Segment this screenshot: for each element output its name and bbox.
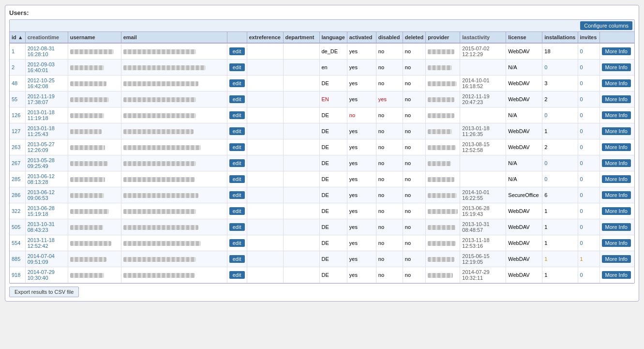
cell-edit: edit [227,107,247,123]
user-id-link[interactable]: 322 [12,208,20,214]
col-username[interactable]: username [68,32,121,43]
more-info-button[interactable]: More Info [602,127,631,135]
col-email[interactable]: email [121,32,227,43]
user-id-link[interactable]: 505 [12,224,20,230]
edit-button[interactable]: edit [229,95,245,103]
cell-username [68,171,121,187]
configure-columns-button[interactable]: Configure columns [580,21,632,30]
cell-license: WebDAV [506,139,542,155]
more-info-button[interactable]: More Info [602,143,631,151]
cell-department [283,251,319,267]
edit-button[interactable]: edit [229,111,245,119]
cell-username [68,251,121,267]
cell-license: WebDAV [506,91,542,107]
cell-activated: yes [347,76,376,91]
edit-button[interactable]: edit [229,63,245,71]
more-info-button[interactable]: More Info [602,223,631,231]
edit-button[interactable]: edit [229,127,245,135]
cell-activated: yes [347,155,376,171]
edit-button[interactable]: edit [229,271,245,279]
edit-button[interactable]: edit [229,175,245,183]
cell-activated: yes [347,43,376,60]
more-info-button[interactable]: More Info [602,111,631,119]
col-creationtime[interactable]: creationtime [25,32,68,43]
edit-button[interactable]: edit [229,47,245,55]
col-provider[interactable]: provider [426,32,460,43]
cell-license: WebDAV [506,219,542,235]
user-id-link[interactable]: 267 [12,160,20,166]
col-installations[interactable]: installations [542,32,578,43]
cell-username [68,219,121,235]
user-id-link[interactable]: 263 [12,144,20,150]
cell-edit: edit [227,139,247,155]
cell-deleted: no [403,203,426,219]
cell-license: N/A [506,155,542,171]
cell-edit: edit [227,43,247,60]
more-info-button[interactable]: More Info [602,63,631,71]
cell-more-info: More Info [599,219,634,235]
user-id-link[interactable]: 126 [12,112,20,118]
edit-button[interactable]: edit [229,255,245,263]
col-deleted[interactable]: deleted [403,32,426,43]
more-info-button[interactable]: More Info [602,79,631,87]
col-language[interactable]: language [319,32,347,43]
cell-username [68,123,121,139]
cell-language: DE [319,219,347,235]
user-id-link[interactable]: 285 [12,176,20,182]
table-row: 1262013-01-1811:19:18editDEnononoN/A00Mo… [10,107,634,123]
edit-button[interactable]: edit [229,159,245,167]
users-table-wrapper: Configure columns id ▲ creationtime user… [9,19,635,284]
edit-button[interactable]: edit [229,191,245,199]
cell-invites: 0 [578,43,599,60]
col-lastactivity[interactable]: lastactivity [460,32,506,43]
user-id-link[interactable]: 554 [12,240,20,246]
cell-installations: 1 [542,123,578,139]
more-info-button[interactable]: More Info [602,159,631,167]
cell-license: WebDAV [506,123,542,139]
col-invites[interactable]: invites [578,32,599,43]
edit-button[interactable]: edit [229,239,245,247]
user-id-link[interactable]: 918 [12,272,20,278]
edit-button[interactable]: edit [229,79,245,87]
cell-id: 126 [10,107,25,123]
cell-more-info: More Info [599,123,634,139]
more-info-button[interactable]: More Info [602,207,631,215]
export-csv-button[interactable]: Export results to CSV file [9,287,79,297]
cell-lastactivity: 2014-10-0116:18:52 [460,76,506,91]
edit-button[interactable]: edit [229,143,245,151]
user-id-link[interactable]: 127 [12,128,20,134]
cell-provider [426,91,460,107]
more-info-button[interactable]: More Info [602,239,631,247]
cell-extreference [247,139,283,155]
user-id-link[interactable]: 48 [12,80,17,86]
cell-department [283,60,319,76]
user-id-link[interactable]: 55 [12,96,17,102]
cell-provider [426,107,460,123]
table-header-row: id ▲ creationtime username email extrefe… [10,32,634,43]
more-info-button[interactable]: More Info [602,255,631,263]
col-activated[interactable]: activated [347,32,376,43]
col-license[interactable]: license [506,32,542,43]
cell-deleted: no [403,155,426,171]
user-id-link[interactable]: 2 [12,64,15,70]
col-extreference[interactable]: extreference [247,32,283,43]
edit-button[interactable]: edit [229,207,245,215]
cell-activated: yes [347,91,376,107]
cell-lastactivity: 2013-11-1812:53:16 [460,235,506,251]
user-id-link[interactable]: 286 [12,192,20,198]
cell-email [121,107,227,123]
more-info-button[interactable]: More Info [602,175,631,183]
cell-deleted: no [403,76,426,91]
user-id-link[interactable]: 1 [12,48,15,54]
more-info-button[interactable]: More Info [602,47,631,55]
cell-edit: edit [227,171,247,187]
col-department[interactable]: department [283,32,319,43]
edit-button[interactable]: edit [229,223,245,231]
more-info-button[interactable]: More Info [602,95,631,103]
col-disabled[interactable]: disabled [376,32,403,43]
col-id[interactable]: id ▲ [10,32,25,43]
more-info-button[interactable]: More Info [602,271,631,279]
table-row: 5542013-11-1812:52:42editDEyesnono2013-1… [10,235,634,251]
user-id-link[interactable]: 885 [12,256,20,262]
more-info-button[interactable]: More Info [602,191,631,199]
